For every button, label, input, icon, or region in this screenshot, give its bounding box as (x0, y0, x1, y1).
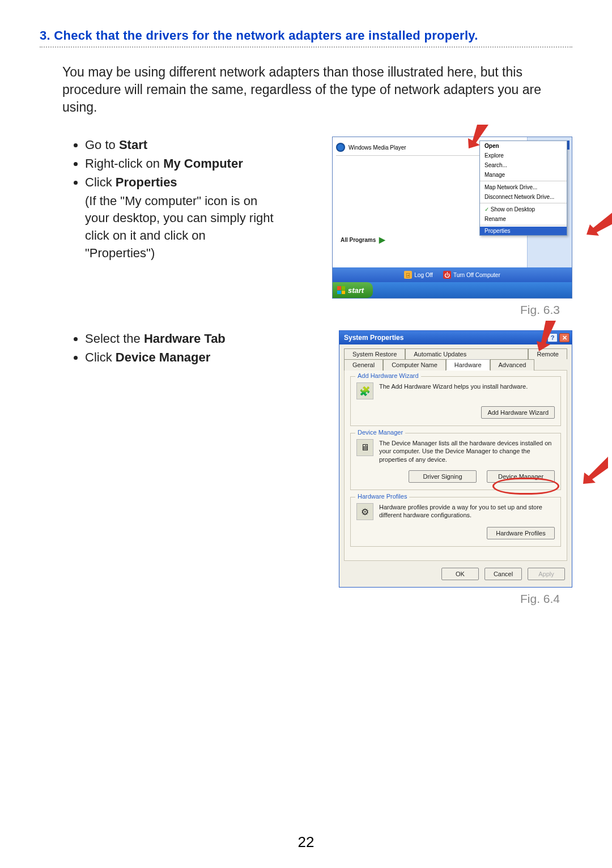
legend-device-manager: Device Manager (355, 429, 405, 436)
instructions-block-b: Select the Hardware Tab Click Device Man… (40, 330, 278, 606)
bullet-click-device-manager: Click Device Manager (85, 349, 278, 367)
hardware-profiles-icon: ⚙ (356, 503, 373, 520)
device-manager-icon: 🖥 (356, 439, 373, 456)
context-show-on-desktop[interactable]: ✓ Show on Desktop (480, 205, 567, 214)
turnoff-button[interactable]: ⏻Turn Off Computer (443, 271, 500, 279)
ok-button[interactable]: OK (441, 568, 479, 580)
hardware-profiles-button[interactable]: Hardware Profiles (487, 527, 555, 539)
add-hardware-wizard-button[interactable]: Add Hardware Wizard (481, 406, 555, 419)
context-disconnect-drive[interactable]: Disconnect Network Drive... (480, 192, 567, 202)
cancel-button[interactable]: Cancel (484, 568, 522, 580)
logoff-icon: ⍈ (404, 271, 412, 279)
windows-logo-icon (337, 286, 345, 294)
tab-computer-name[interactable]: Computer Name (383, 359, 446, 371)
legend-hardware-profiles: Hardware Profiles (355, 493, 409, 500)
arrow-right-icon: ▶ (379, 235, 385, 244)
tab-system-restore[interactable]: System Restore (344, 348, 405, 359)
all-programs[interactable]: All Programs ▶ (336, 235, 524, 244)
dialog-title: System Properties (344, 334, 403, 342)
group-add-hardware-wizard: Add Hardware Wizard 🧩 The Add Hardware W… (350, 376, 561, 426)
hardware-profiles-text: Hardware profiles provide a way for you … (379, 503, 555, 520)
hardware-panel: Add Hardware Wizard 🧩 The Add Hardware W… (344, 370, 567, 561)
device-manager-button[interactable]: Device Manager (487, 470, 555, 483)
context-manage[interactable]: Manage (480, 170, 567, 180)
taskbar: start (333, 282, 572, 298)
legend-add-hardware: Add Hardware Wizard (355, 372, 421, 379)
device-manager-text: The Device Manager lists all the hardwar… (379, 439, 555, 463)
intro-paragraph: You may be using different network adapt… (62, 63, 572, 116)
figure-caption-1: Fig. 6.3 (520, 303, 572, 317)
hardware-wizard-text: The Add Hardware Wizard helps you instal… (379, 382, 555, 399)
tab-general[interactable]: General (344, 359, 383, 371)
bullet-properties-note: (If the "My computer" icon is on your de… (85, 193, 278, 262)
logoff-button[interactable]: ⍈Log Off (404, 271, 433, 279)
power-icon: ⏻ (443, 271, 451, 279)
tab-automatic-updates[interactable]: Automatic Updates (405, 348, 528, 359)
svg-marker-3 (583, 457, 608, 484)
bullet-go-to-start: Go to Start (85, 137, 278, 154)
context-properties[interactable]: Properties (480, 227, 567, 235)
apply-button[interactable]: Apply (528, 568, 565, 580)
context-search[interactable]: Search... (480, 160, 567, 170)
tab-advanced[interactable]: Advanced (490, 359, 535, 371)
hardware-wizard-icon: 🧩 (356, 382, 373, 399)
driver-signing-button[interactable]: Driver Signing (409, 470, 477, 483)
figure-system-properties: System Properties ? ✕ System Restore Aut… (339, 330, 572, 588)
context-menu: Open Explore Search... Manage Map Networ… (479, 141, 567, 236)
bullet-click-properties: Click Properties (85, 174, 278, 192)
figure-caption-2: Fig. 6.4 (520, 592, 572, 606)
group-hardware-profiles: Hardware Profiles ⚙ Hardware profiles pr… (350, 497, 561, 547)
logoff-bar: ⍈Log Off ⏻Turn Off Computer (333, 267, 572, 282)
svg-marker-0 (468, 125, 488, 148)
page-number: 22 (0, 833, 612, 851)
close-button[interactable]: ✕ (559, 333, 570, 342)
step-heading: 3. Check that the drivers for the networ… (40, 28, 572, 43)
dialog-buttons: OK Cancel Apply (339, 565, 572, 587)
svg-marker-2 (537, 321, 556, 351)
context-open[interactable]: Open (480, 141, 567, 151)
group-device-manager: Device Manager 🖥 The Device Manager list… (350, 433, 561, 490)
start-button[interactable]: start (333, 282, 373, 298)
figure-start-menu: Windows Media Player All Programs ▶ 🖥My … (332, 137, 572, 299)
context-explore[interactable]: Explore (480, 151, 567, 160)
context-map-drive[interactable]: Map Network Drive... (480, 182, 567, 192)
dotted-rule (40, 46, 572, 48)
svg-marker-1 (586, 210, 612, 236)
tab-hardware[interactable]: Hardware (446, 359, 490, 371)
instructions-block-a: Go to Start Right-click on My Computer C… (40, 137, 278, 317)
wmp-icon (336, 143, 345, 152)
context-rename[interactable]: Rename (480, 214, 567, 224)
bullet-right-click-my-computer: Right-click on My Computer (85, 155, 278, 173)
bullet-select-hardware-tab: Select the Hardware Tab (85, 330, 278, 348)
